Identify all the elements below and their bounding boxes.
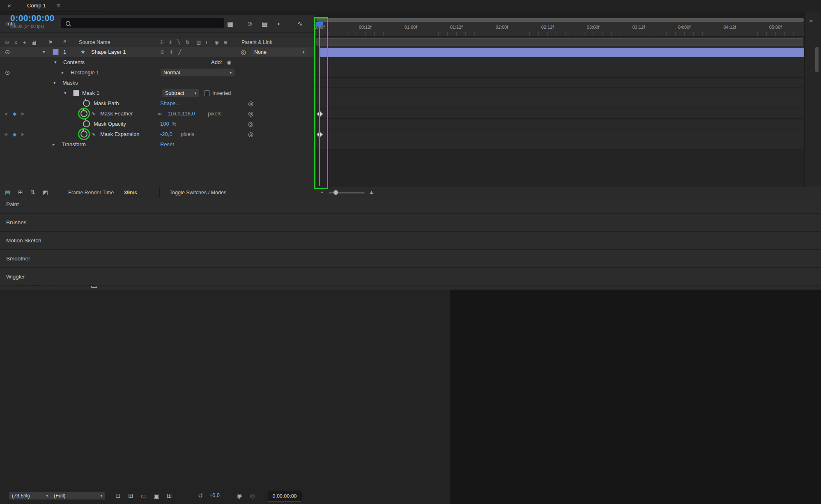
next-keyframe-icon[interactable]: ▶: [21, 108, 25, 119]
layer-visibility-eye-icon[interactable]: ⊙: [5, 47, 10, 57]
comp-marker-bin-icon[interactable]: ⚑: [809, 19, 814, 24]
toggle-switches-modes-button[interactable]: Toggle Switches / Modes: [163, 190, 232, 196]
time-ruler[interactable]: 0:00f 00:12f 01:00f 01:12f 02:00f 02:12f…: [315, 22, 804, 37]
mask-path-label[interactable]: Mask Path: [94, 98, 119, 108]
mask-expansion-label[interactable]: Mask Expansion: [100, 129, 139, 139]
resolution-dropdown[interactable]: (Full) ▾: [51, 492, 105, 499]
prev-keyframe-icon[interactable]: ◀: [4, 108, 7, 119]
mask-feather-label[interactable]: Mask Feather: [100, 108, 133, 119]
mask-expansion-stopwatch-icon[interactable]: [80, 129, 87, 139]
track-area[interactable]: [315, 47, 804, 150]
mask-opacity-stopwatch-icon[interactable]: [83, 119, 90, 129]
timeline-flowchart-button[interactable]: ▦: [227, 21, 233, 27]
mask-opacity-label[interactable]: Mask Opacity: [94, 119, 126, 129]
mask-path-stopwatch-icon[interactable]: [83, 98, 90, 108]
graph-include-icon[interactable]: ∿: [91, 108, 96, 119]
properties-item-smoother[interactable]: Smoother: [0, 250, 821, 268]
timeline-row-rectangle[interactable]: ⊙ ▸ Rectangle 1 Normal ▾: [0, 67, 314, 78]
mask-inverted-label[interactable]: Inverted: [212, 88, 231, 98]
transform-expander-icon[interactable]: ▸: [53, 139, 55, 150]
switches-pane-toggle-icon[interactable]: ⊞: [18, 189, 23, 195]
blend-mode-dropdown[interactable]: Normal ▾: [161, 69, 235, 76]
source-name-column-header[interactable]: Source Name: [79, 37, 110, 47]
properties-item-paint[interactable]: Paint: [0, 196, 821, 214]
view-layout-icon[interactable]: ▣: [154, 492, 159, 499]
current-keyframe-icon[interactable]: ◆: [13, 108, 16, 119]
layer-duration-bar[interactable]: [320, 48, 805, 57]
timeline-row-transform[interactable]: ▸ Transform Reset: [0, 139, 314, 150]
transparency-grid-icon[interactable]: ⊞: [128, 492, 133, 499]
timeline-row-mask-path[interactable]: Mask Path Shape... ◎: [0, 98, 314, 108]
timeline-zoom-slider-knob[interactable]: [333, 190, 338, 195]
timeline-search-input[interactable]: [74, 20, 220, 27]
mask1-expander-icon[interactable]: ▾: [64, 88, 67, 98]
layer-expander-icon[interactable]: ▾: [43, 47, 45, 57]
mask-color-chip[interactable]: [73, 88, 79, 98]
parent-link-column-header[interactable]: Parent & Link: [241, 37, 272, 47]
contents-add-label[interactable]: Add:: [211, 57, 222, 67]
contents-add-icon[interactable]: ◉: [227, 57, 231, 67]
magnification-dropdown[interactable]: (73,5%) ▾: [9, 492, 51, 499]
grid-guides-icon[interactable]: ⊞: [167, 492, 172, 499]
mask-path-value[interactable]: Shape...: [160, 98, 180, 108]
masks-label[interactable]: Masks: [62, 78, 78, 88]
timeline-zoom-in-icon[interactable]: ▲: [369, 189, 374, 195]
rectangle-label[interactable]: Rectangle 1: [71, 67, 99, 78]
properties-item-wiggler[interactable]: Wiggler: [0, 268, 821, 286]
roi-icon[interactable]: ⊡: [115, 492, 121, 499]
contents-expander-icon[interactable]: ▾: [54, 57, 57, 67]
snapshot-icon[interactable]: ◉: [237, 492, 242, 499]
mask-feather-pickwhip-icon[interactable]: ◎: [248, 108, 253, 119]
timeline-row-contents[interactable]: ▾ Contents Add: ◉: [0, 57, 314, 67]
inout-pane-toggle-icon[interactable]: ◩: [43, 189, 48, 195]
timeline-close-tab-icon[interactable]: ×: [7, 2, 11, 9]
mask-mode-dropdown[interactable]: Subtract ▾: [162, 89, 199, 97]
av-pane-toggle-icon[interactable]: ▤: [5, 189, 10, 195]
parent-dropdown[interactable]: None ▾: [251, 48, 307, 56]
current-time-value[interactable]: 0:00:00:00: [10, 13, 55, 23]
timeline-row-masks[interactable]: ▾ Masks: [0, 78, 314, 88]
motion-blur-button[interactable]: ◐: [277, 21, 281, 27]
exposure-reset-icon[interactable]: ↺: [198, 492, 203, 499]
shy-layers-button[interactable]: ☺: [246, 21, 253, 27]
timeline-vertical-scrollbar-thumb[interactable]: [815, 47, 819, 72]
graph-include-icon[interactable]: ∿: [91, 129, 96, 139]
preview-timecode[interactable]: 0:00:00:00: [267, 491, 302, 502]
mask-opacity-pickwhip-icon[interactable]: ◎: [248, 119, 253, 129]
mask-expansion-pickwhip-icon[interactable]: ◎: [248, 129, 253, 139]
current-keyframe-icon[interactable]: ◆: [13, 129, 16, 139]
timeline-row-mask-expansion[interactable]: ◀ ◆ ▶ ∿ Mask Expansion -20,0 pixels ◎: [0, 129, 314, 139]
layer-name[interactable]: Shape Layer 1: [91, 47, 126, 57]
next-keyframe-icon[interactable]: ▶: [21, 129, 25, 139]
timeline-row-shape-layer[interactable]: ⊙ ▾ 1 ★ Shape Layer 1 ☉ ✳ ╱ ◎ None ▾: [0, 47, 314, 57]
mask1-label[interactable]: Mask 1: [82, 88, 99, 98]
contents-label[interactable]: Contents: [63, 57, 85, 67]
timeline-panel-menu-icon[interactable]: ≡: [57, 2, 60, 9]
mask-expansion-value[interactable]: -20,0: [160, 129, 172, 139]
rectangle-expander-icon[interactable]: ▸: [62, 67, 64, 78]
frame-blend-button[interactable]: ▤: [262, 21, 268, 27]
mask-feather-stopwatch-icon[interactable]: [80, 108, 87, 119]
mask-visibility-icon[interactable]: ▭: [141, 492, 147, 499]
show-snapshot-icon[interactable]: ◎: [250, 492, 255, 499]
timeline-row-mask-feather[interactable]: ◀ ◆ ▶ ∿ Mask Feather ∞ 116,0,116,0 pixel…: [0, 108, 314, 119]
masks-expander-icon[interactable]: ▾: [53, 78, 56, 88]
timeline-row-mask-opacity[interactable]: Mask Opacity 100 % ◎: [0, 119, 314, 129]
graph-editor-button[interactable]: ∿: [297, 21, 303, 27]
timeline-row-mask1[interactable]: ▾ Mask 1 Subtract ▾ Inverted: [0, 88, 314, 98]
mask-opacity-value[interactable]: 100: [160, 119, 169, 129]
link-dimensions-icon[interactable]: ∞: [158, 108, 161, 119]
prev-keyframe-icon[interactable]: ◀: [4, 129, 7, 139]
mask-inverted-checkbox[interactable]: [204, 88, 210, 98]
properties-item-brushes[interactable]: Brushes: [0, 214, 821, 232]
transfer-pane-toggle-icon[interactable]: ⇅: [30, 189, 35, 195]
work-area-bar[interactable]: [316, 38, 803, 46]
properties-item-motion-sketch[interactable]: Motion Sketch: [0, 232, 821, 250]
timeline-zoom-out-icon[interactable]: ▲: [320, 191, 324, 194]
layer-rasterize-switch-icon[interactable]: ✳: [169, 47, 173, 57]
time-navigator-bar[interactable]: [316, 18, 804, 22]
transform-reset-link[interactable]: Reset: [160, 139, 174, 150]
layer-quality-switch-icon[interactable]: ╱: [178, 47, 181, 57]
rectangle-visibility-eye-icon[interactable]: ⊙: [5, 67, 10, 78]
parent-pickwhip-icon[interactable]: ◎: [241, 47, 246, 57]
